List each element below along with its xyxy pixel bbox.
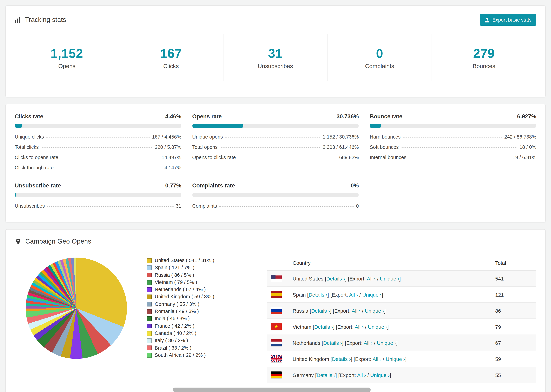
rate-title: Complaints rate [192, 182, 235, 189]
legend-item: Canada ( 40 / 2% ) [147, 330, 267, 337]
export-label: Export: [349, 275, 366, 281]
legend-label: Romania ( 49 / 3% ) [155, 308, 199, 315]
legend-label: Germany ( 55 / 3% ) [155, 301, 199, 308]
stat-box-opens: 1,152Opens [15, 34, 119, 81]
rate-progress-bar [370, 124, 536, 128]
legend-item: Germany ( 55 / 3% ) [147, 301, 267, 308]
tracking-stats-card: Tracking stats Export basic stats 1,152O… [6, 6, 545, 97]
geo-title: Campaign Geo Opens [15, 238, 91, 245]
export-unique-link[interactable]: Unique › [362, 292, 381, 297]
export-unique-link[interactable]: Unique › [386, 356, 405, 362]
geo-header: Campaign Geo Opens [6, 230, 545, 253]
rate-head: Opens rate30.736% [192, 113, 359, 120]
rate-value: 30.736% [336, 113, 359, 120]
export-all-link[interactable]: All › [355, 324, 364, 329]
export-unique-link[interactable]: Unique › [380, 275, 399, 281]
legend-label: Netherlands ( 67 / 4% ) [155, 286, 206, 293]
details-link[interactable]: Details › [332, 356, 351, 362]
united-kingdom-flag-icon [271, 355, 282, 363]
export-unique-link[interactable]: Unique › [365, 308, 384, 314]
flag-cell [267, 319, 289, 335]
legend-item: Netherlands ( 67 / 4% ) [147, 286, 267, 293]
vietnam-flag-icon [271, 323, 282, 330]
russia-flag-icon [271, 307, 282, 314]
legend-swatch [147, 258, 152, 263]
export-all-link[interactable]: All › [349, 292, 358, 297]
legend-label: United States ( 541 / 31% ) [155, 257, 214, 264]
rate-head: Clicks rate4.46% [15, 113, 181, 120]
country-cell: Germany [Details ›] [Export: All › / Uni… [289, 367, 492, 383]
rate-detail-row: Total clicks220 / 5.87% [15, 142, 181, 152]
legend-swatch [147, 266, 152, 270]
details-link[interactable]: Details › [314, 324, 333, 329]
dotted-leader [225, 137, 320, 138]
export-label: Export: [340, 372, 356, 378]
detail-label: Complaints [192, 203, 217, 209]
page: Tracking stats Export basic stats 1,152O… [0, 0, 551, 392]
country-name: United Kingdom [293, 356, 329, 362]
stat-label: Complaints [328, 63, 432, 70]
total-column-header: Total [492, 256, 536, 270]
country-cell: Russia [Details ›] [Export: All › / Uniq… [289, 302, 492, 319]
country-total: 67 [492, 335, 536, 351]
stat-label: Clicks [119, 63, 223, 70]
legend-swatch [147, 294, 152, 299]
legend-label: South Africa ( 29 / 2% ) [155, 352, 206, 359]
legend-item: Romania ( 49 / 3% ) [147, 308, 267, 315]
detail-value: 14.497% [162, 155, 181, 160]
rate-panel-complaints-rate: Complaints rate0%Complaints0 [192, 182, 359, 211]
geo-table-row: Russia [Details ›] [Export: All › / Uniq… [267, 302, 536, 319]
country-total: 59 [492, 351, 536, 367]
export-label: Export: [337, 324, 353, 329]
details-link[interactable]: Details › [309, 292, 327, 297]
rate-detail-row: Total opens2,303 / 61.446% [192, 142, 359, 152]
export-basic-stats-button[interactable]: Export basic stats [480, 14, 536, 26]
details-link[interactable]: Details › [311, 308, 330, 314]
geo-pie-chart [26, 258, 127, 359]
country-name: United States [293, 275, 323, 281]
details-link[interactable]: Details › [323, 340, 342, 346]
export-all-link[interactable]: All › [367, 275, 376, 281]
rate-value: 4.46% [165, 113, 181, 120]
legend-label: France ( 42 / 2% ) [155, 322, 194, 330]
export-unique-link[interactable]: Unique › [377, 340, 396, 346]
legend-swatch [147, 280, 152, 285]
rate-detail-row: Complaints0 [192, 201, 359, 211]
stat-label: Opens [15, 63, 119, 70]
legend-item: United Kingdom ( 59 / 3% ) [147, 293, 267, 301]
export-all-link[interactable]: All › [373, 356, 381, 362]
dotted-leader [219, 206, 353, 207]
legend-label: Italy ( 36 / 2% ) [155, 337, 188, 344]
geo-table-wrap: Country Total United States [Details ›] … [267, 256, 536, 383]
details-link[interactable]: Details › [317, 372, 335, 378]
legend-label: Vietnam ( 79 / 5% ) [155, 279, 197, 286]
export-unique-link[interactable]: Unique › [370, 372, 390, 378]
export-all-link[interactable]: All › [357, 372, 366, 378]
spain-flag-icon [271, 291, 282, 298]
legend-swatch [147, 338, 152, 343]
dotted-leader [61, 158, 159, 158]
rate-panel-clicks-rate: Clicks rate4.46%Unique clicks167 / 4.456… [15, 113, 181, 173]
stat-value: 1,152 [15, 47, 119, 61]
country-total: 86 [492, 302, 536, 319]
stat-value: 31 [223, 47, 327, 61]
country-total: 541 [492, 270, 536, 287]
export-unique-link[interactable]: Unique › [368, 324, 387, 329]
geo-table: Country Total United States [Details ›] … [267, 256, 536, 383]
country-cell: United Kingdom [Details ›] [Export: All … [289, 351, 492, 367]
rate-panel-unsubscribe-rate: Unsubscribe rate0.77%Unsubscribes31 [15, 182, 181, 211]
geo-table-row: Germany [Details ›] [Export: All › / Uni… [267, 367, 536, 383]
legend-swatch [147, 324, 152, 329]
legend-swatch [147, 302, 152, 307]
export-all-link[interactable]: All › [364, 340, 373, 346]
country-total: 121 [492, 287, 536, 302]
geo-table-row: Vietnam [Details ›] [Export: All › / Uni… [267, 319, 536, 335]
detail-value: 18 / 0% [520, 144, 536, 150]
tracking-stats-header: Tracking stats Export basic stats [6, 6, 545, 33]
horizontal-scrollbar-thumb[interactable] [173, 388, 371, 392]
rate-panel-opens-rate: Opens rate30.736%Unique opens1,152 / 30.… [192, 113, 359, 173]
detail-value: 31 [176, 203, 181, 209]
export-all-link[interactable]: All › [352, 308, 360, 314]
legend-swatch [147, 345, 152, 350]
details-link[interactable]: Details › [326, 275, 345, 281]
